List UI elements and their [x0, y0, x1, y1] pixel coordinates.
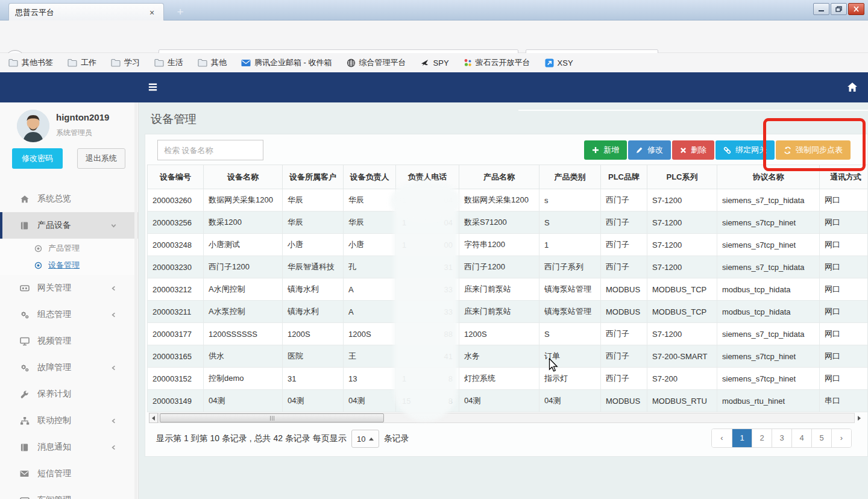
sidebar-submenu: 产品管理设备管理 [0, 239, 139, 275]
bookmark-label: XSY [558, 58, 573, 67]
cell: S7-1200 [647, 323, 717, 345]
sidebar-item-系统总览[interactable]: 系统总览 [0, 186, 139, 212]
cross-icon [680, 147, 687, 154]
page-size-value: 10 [357, 435, 365, 444]
sidebar-item-网关管理[interactable]: 网关管理 [0, 275, 139, 301]
table-row[interactable]: 200003152控制demo311318灯控系统指示灯西门子S7-200sie… [148, 368, 868, 390]
column-header: PLC品牌 [601, 165, 647, 189]
page-button-›[interactable]: › [831, 429, 851, 447]
plus-icon [592, 146, 599, 154]
sidebar-item-label: 故障管理 [37, 362, 71, 373]
page-button-5[interactable]: 5 [811, 429, 831, 447]
table-row[interactable]: 2000031771200SSSSSS1200S1200S881200SS西门子… [148, 323, 868, 345]
bookmark-item[interactable]: 其他 [198, 57, 227, 68]
bookmark-item[interactable]: XSY [545, 58, 573, 67]
bookmark-item[interactable]: SPY [421, 58, 449, 67]
cell: 西门子 [601, 368, 647, 390]
action-button-修改[interactable]: 修改 [628, 140, 671, 160]
cell: A [344, 278, 396, 301]
table-row[interactable]: 20000314904测04测04测15804测04测MODBUSMODBUS_… [148, 390, 868, 412]
sidebar-item-视频管理[interactable]: 视频管理 [0, 328, 139, 354]
bookmark-item[interactable]: 其他书签 [8, 57, 53, 68]
privacy-blur-overlay [394, 183, 458, 421]
cell: 1200S [344, 323, 396, 345]
table-row[interactable]: 200003248小唐测试小唐小唐100字符串12001西门子S7-1200si… [148, 234, 868, 256]
action-button-新增[interactable]: 新增 [584, 140, 627, 160]
sidebar-scrollbar[interactable] [134, 102, 137, 499]
browser-toolbar: iot.idosp.net/admin/index.html?lang 80% … [0, 20, 868, 53]
logout-button[interactable]: 退出系统 [77, 148, 125, 169]
cell: 串口 [820, 390, 868, 412]
close-button[interactable] [848, 3, 864, 15]
home-icon [19, 195, 30, 204]
browser-tab[interactable]: 思普云平台 × [8, 3, 164, 21]
cell: 数采S71200 [459, 212, 539, 234]
user-role: 系统管理员 [56, 128, 92, 138]
tab-close-icon[interactable]: × [146, 8, 157, 17]
cell: siemens_s7tcp_hinet [717, 345, 820, 368]
page-size-select[interactable]: 10 [351, 430, 379, 448]
bookmark-item[interactable]: 生活 [154, 57, 183, 68]
device-search-input[interactable] [157, 140, 263, 160]
bookmark-item[interactable]: 综合管理平台 [347, 57, 406, 68]
avatar[interactable] [17, 110, 49, 142]
cell: 西门子系列 [539, 256, 601, 278]
table-row[interactable]: 200003211A水泵控制镇海水利A33庶来门前泵站镇海泵站管理MODBUSM… [148, 301, 868, 323]
app-home-icon[interactable] [846, 81, 858, 93]
new-tab-button[interactable]: + [172, 5, 188, 19]
page-button-‹[interactable]: ‹ [712, 429, 732, 447]
bookmark-label: 综合管理平台 [359, 57, 406, 68]
action-button-label: 删除 [691, 145, 706, 155]
page-button-3[interactable]: 3 [772, 429, 791, 447]
cell: MODBUS [601, 301, 647, 323]
sidebar-item-label: 视频管理 [37, 336, 71, 347]
table-row[interactable]: 200003260数据网关采集1200华辰华辰104数据网关采集1200s西门子… [148, 189, 868, 212]
sidebar-item-联动控制[interactable]: 联动控制 [0, 407, 139, 434]
cell: S7-1200 [647, 212, 717, 234]
window-titlebar: 思普云平台 × + [0, 0, 868, 20]
page-button-1[interactable]: 1 [732, 429, 752, 447]
horizontal-scrollbar[interactable] [149, 413, 864, 423]
minimize-button[interactable] [813, 3, 829, 15]
scroll-left-button[interactable] [149, 413, 158, 423]
sidebar-item-组态管理[interactable]: 组态管理 [0, 301, 139, 328]
sidebar-item-产品设备[interactable]: 产品设备 [0, 212, 139, 239]
sidebar-item-保养计划[interactable]: 保养计划 [0, 381, 139, 407]
change-password-button[interactable]: 修改密码 [12, 148, 63, 169]
column-header: 设备名称 [204, 165, 283, 189]
pencil-icon [636, 146, 643, 154]
cell: 04测 [204, 390, 283, 412]
restore-button[interactable] [831, 3, 847, 15]
sidebar-subitem-产品管理[interactable]: 产品管理 [0, 240, 139, 257]
sidebar-item-车间管理[interactable]: 车间管理 [0, 487, 139, 499]
pagination-info: 显示第 1 到第 10 条记录 , 总共 42 条记录 每页显示 10 条记录 [156, 430, 409, 448]
table-header-row: 设备编号设备名称设备所属客户设备负责人负责人电话产品名称产品类别PLC品牌PLC… [148, 165, 868, 189]
sidebar-subitem-设备管理[interactable]: 设备管理 [0, 257, 139, 274]
page-button-2[interactable]: 2 [752, 429, 772, 447]
cell: 镇海水利 [283, 278, 344, 301]
sidebar-subitem-label: 设备管理 [48, 260, 80, 271]
sidebar-item-短信管理[interactable]: 短信管理 [0, 460, 139, 487]
sidebar-toggle-icon[interactable] [147, 81, 159, 93]
table-row[interactable]: 200003165供水医院王41水务订单西门子S7-200-SMARTsieme… [148, 345, 868, 368]
sidebar-item-消息通知[interactable]: 消息通知 [0, 434, 139, 460]
bookmark-item[interactable]: 学习 [111, 57, 140, 68]
scrollbar-thumb[interactable] [160, 413, 384, 422]
cell: 200003212 [148, 278, 204, 301]
scroll-right-button[interactable] [855, 413, 864, 423]
table-row[interactable]: 200003212A水闸控制镇海水利A33庶来门前泵站镇海泵站管理MODBUSM… [148, 278, 868, 301]
bookmark-item[interactable]: 腾讯企业邮箱 - 收件箱 [241, 57, 332, 68]
bookmark-item[interactable]: 萤石云开放平台 [464, 57, 530, 68]
cell: 网口 [820, 368, 868, 390]
column-header: 设备所属客户 [283, 165, 344, 189]
page-button-4[interactable]: 4 [791, 429, 811, 447]
action-button-label: 绑定网关 [735, 145, 767, 155]
table-row[interactable]: 200003256数采1200华辰华辰104数采S71200S西门子S7-120… [148, 212, 868, 234]
sidebar-item-故障管理[interactable]: 故障管理 [0, 354, 139, 381]
cell: 1200SSSSSS [204, 323, 283, 345]
bookmark-item[interactable]: 工作 [68, 57, 96, 68]
action-button-删除[interactable]: 删除 [672, 140, 714, 160]
table-row[interactable]: 200003230西门子1200华辰智通科技孔31西门子1200西门子系列西门子… [148, 256, 868, 278]
bookmark-label: SPY [433, 58, 449, 67]
cell: 华辰智通科技 [283, 256, 344, 278]
